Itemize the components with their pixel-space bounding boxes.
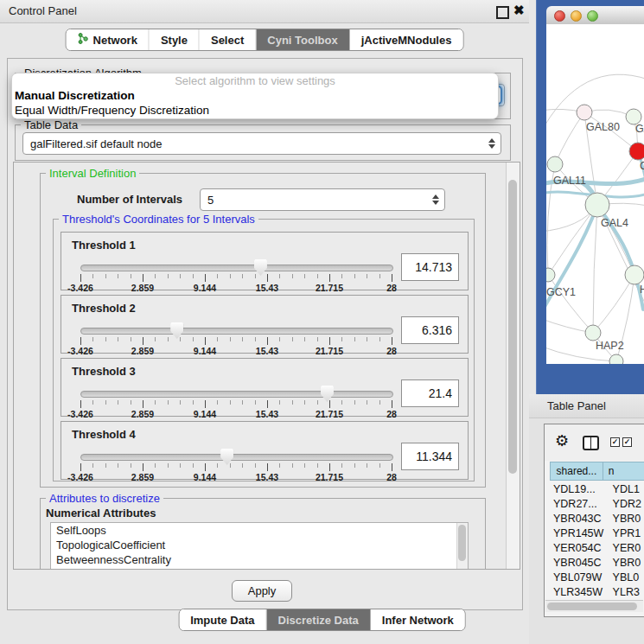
attribute-list-item[interactable]: SelfLoops (51, 523, 468, 538)
zoom-traffic-light-icon[interactable] (587, 10, 598, 22)
cell-shared-name[interactable]: YPR145W (550, 527, 608, 539)
tab-discretize-data[interactable]: Discretize Data (267, 609, 371, 630)
network-node[interactable] (585, 325, 601, 341)
table-row[interactable]: YDL19...YDL1 (550, 481, 644, 496)
number-of-intervals-label: Number of Intervals (77, 193, 182, 206)
slider-tick (255, 400, 256, 405)
tab-select[interactable]: Select (200, 29, 256, 50)
column-header-name[interactable]: n (603, 462, 644, 481)
apply-button[interactable]: Apply (232, 580, 292, 602)
slider-tick-label: 9.144 (194, 472, 216, 482)
settings-scrollbar[interactable] (506, 163, 520, 569)
cell-name[interactable]: YDL1 (608, 483, 644, 495)
table-row[interactable]: YPR145WYPR1 (550, 526, 644, 540)
network-node[interactable] (577, 105, 592, 120)
network-node[interactable] (546, 268, 555, 282)
cell-name[interactable]: YPR1 (608, 527, 644, 539)
slider-tick (341, 337, 342, 341)
threshold-3-value-field[interactable] (401, 379, 459, 407)
slider-tick (279, 337, 280, 341)
columns-icon[interactable] (583, 436, 599, 450)
tab-jactivemnodules[interactable]: jActiveMNodules (350, 29, 463, 50)
column-header-shared[interactable]: shared... (550, 462, 603, 481)
group-title: Interval Definition (46, 167, 139, 180)
group-title: Attributes to discretize (46, 492, 163, 505)
cell-name[interactable]: YBL0 (608, 571, 644, 583)
table-row[interactable]: YLR345WYLR3 (550, 584, 644, 599)
slider-tick (217, 400, 218, 405)
slider-tick-label: 15.43 (256, 346, 278, 356)
threshold-1-value-field[interactable] (401, 253, 459, 281)
table-row[interactable]: YBL079WYBL0 (550, 570, 644, 584)
cell-shared-name[interactable]: YBR045C (550, 557, 608, 569)
slider-tick (105, 400, 106, 405)
dropdown-option-manual-discretization[interactable]: Manual Discretization (12, 88, 498, 103)
attribute-list-item[interactable]: BetweennessCentrality (51, 552, 468, 567)
slider-tick (155, 337, 156, 341)
slider-tick (392, 337, 392, 345)
dropdown-placeholder-item[interactable]: Select algorithm to view settings (12, 73, 498, 88)
tab-infer-network[interactable]: Infer Network (371, 609, 465, 630)
network-node[interactable] (547, 156, 563, 172)
checked-box-icon[interactable]: ✓ (622, 437, 632, 447)
table-row[interactable]: YBR045CYBR0 (550, 555, 644, 570)
cell-shared-name[interactable]: YBR043C (550, 513, 608, 525)
float-window-icon[interactable] (496, 6, 509, 19)
network-node[interactable] (609, 354, 623, 364)
table-data-combobox[interactable]: galFiltered.sif default node (22, 132, 501, 155)
close-traffic-light-icon[interactable] (554, 10, 565, 22)
cell-shared-name[interactable]: YLR345W (550, 586, 608, 598)
table-body: YDL19...YDL1YDR27...YDR2YBR043CYBR0YPR14… (550, 481, 644, 607)
tab-style[interactable]: Style (150, 29, 200, 50)
slider-tick (155, 400, 156, 405)
network-node[interactable] (629, 143, 644, 160)
cell-name[interactable]: YBR0 (608, 557, 644, 569)
threshold-2-slider[interactable]: -3.4262.8599.14415.4321.71528 (80, 325, 393, 351)
cell-shared-name[interactable]: YDL19... (550, 483, 608, 495)
threshold-4-slider[interactable]: -3.4262.8599.14415.4321.71528 (80, 451, 393, 477)
tab-impute-data[interactable]: Impute Data (179, 609, 266, 630)
network-canvas[interactable]: GAL80GACGAL11GAL4GCY1HHAP2 (546, 24, 644, 364)
combobox-stepper-icon[interactable] (427, 189, 444, 210)
numerical-attributes-list[interactable]: SelfLoopsTopologicalCoefficientBetweenne… (50, 522, 469, 570)
network-node[interactable] (585, 193, 609, 217)
tab-cyni-toolbox[interactable]: Cyni Toolbox (256, 29, 349, 50)
network-window-titlebar[interactable] (546, 6, 644, 25)
network-node-label: GAL11 (553, 175, 586, 187)
combobox-stepper-icon[interactable] (483, 133, 501, 154)
scrollbar-thumb[interactable] (508, 180, 517, 474)
table-horizontal-scrollbar[interactable] (545, 600, 643, 612)
cell-name[interactable]: YBR0 (608, 513, 644, 525)
slider-tick (279, 400, 280, 405)
list-scrollbar[interactable] (456, 523, 468, 570)
cell-shared-name[interactable]: YBL079W (550, 571, 608, 583)
attribute-list-item[interactable]: TopologicalCoefficient (51, 538, 468, 552)
tab-network[interactable]: Network (67, 29, 150, 50)
cell-shared-name[interactable]: YER054C (550, 542, 608, 554)
slider-tick (292, 400, 293, 405)
checked-box-icon[interactable]: ✓ (610, 437, 620, 447)
minimize-traffic-light-icon[interactable] (571, 10, 582, 22)
dropdown-option-equal-width-frequency[interactable]: Equal Width/Frequency Discretization (12, 103, 498, 118)
cell-name[interactable]: YLR3 (608, 586, 644, 598)
threshold-2-value-field[interactable] (401, 316, 459, 344)
cell-name[interactable]: YDR2 (608, 498, 644, 510)
cell-shared-name[interactable]: YDR27... (550, 498, 608, 510)
close-icon[interactable]: ✖ (513, 3, 525, 18)
slider-tick-label: 28 (386, 472, 397, 482)
scrollbar-thumb[interactable] (547, 603, 637, 610)
cell-name[interactable]: YER0 (608, 542, 644, 554)
threshold-1-slider[interactable]: -3.4262.8599.14415.4321.71528 (80, 262, 393, 288)
table-row[interactable]: YDR27...YDR2 (550, 496, 644, 511)
table-row[interactable]: YBR043CYBR0 (550, 511, 644, 526)
number-of-intervals-combobox[interactable]: 5 (200, 188, 445, 211)
threshold-4-value-field[interactable] (401, 443, 459, 470)
table-row[interactable]: YER054CYER0 (550, 540, 644, 555)
scrollbar-thumb[interactable] (458, 525, 466, 561)
threshold-3-slider[interactable]: -3.4262.8599.14415.4321.71528 (80, 388, 393, 414)
gear-icon[interactable]: ⚙ (555, 432, 569, 450)
network-node[interactable] (625, 265, 644, 284)
slider-tick (131, 274, 131, 278)
slider-tick (255, 337, 256, 341)
slider-tick (341, 400, 342, 405)
